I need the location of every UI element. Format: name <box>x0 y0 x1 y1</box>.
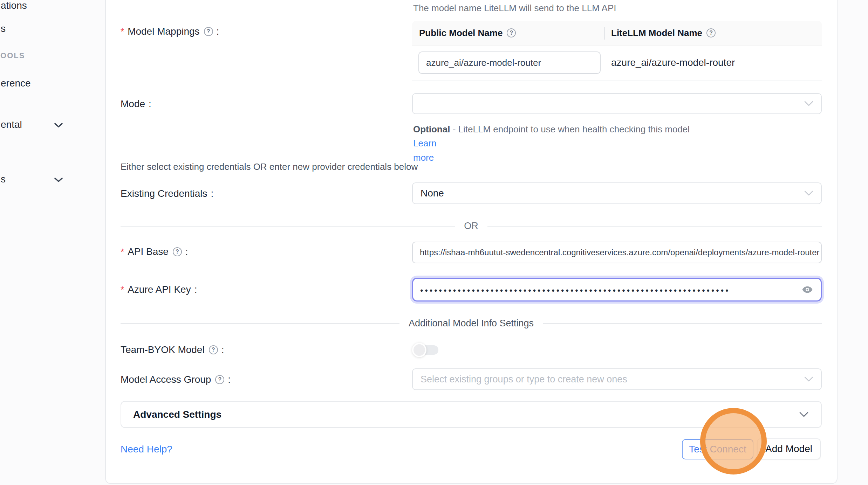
advanced-settings-panel[interactable]: Advanced Settings <box>121 401 822 428</box>
header-public-model-name: Public Model Name <box>412 28 604 39</box>
required-asterisk-icon: * <box>121 26 124 37</box>
team-byok-label: Team-BYOK Model : <box>121 344 224 355</box>
model-mappings-label: * Model Mappings : <box>121 26 219 37</box>
learn-more-link[interactable]: Learn <box>413 138 437 148</box>
public-model-name-input[interactable]: azure_ai/azure-model-router <box>418 51 601 74</box>
model-access-group-select[interactable]: Select existing groups or type to create… <box>412 368 822 390</box>
test-connect-button[interactable]: Test Connect <box>682 439 753 459</box>
additional-settings-divider: Additional Model Info Settings <box>121 318 822 329</box>
api-base-label: * API Base : <box>121 246 188 257</box>
chevron-down-icon[interactable] <box>799 411 809 418</box>
existing-credentials-label: Existing Credentials: <box>121 188 213 199</box>
or-divider: OR <box>121 221 822 231</box>
chevron-down-icon[interactable] <box>53 176 64 183</box>
table-header-row: Public Model Name LiteLLM Model Name <box>412 21 822 46</box>
mode-select[interactable] <box>412 93 822 114</box>
model-mappings-table: Public Model Name LiteLLM Model Name azu… <box>412 21 822 81</box>
help-circle-icon[interactable] <box>209 345 218 354</box>
advanced-settings-label: Advanced Settings <box>133 409 799 420</box>
select-placeholder: Select existing groups or type to create… <box>421 374 627 385</box>
need-help-link[interactable]: Need Help? <box>121 444 172 455</box>
chevron-down-icon[interactable] <box>53 122 64 129</box>
table-row: azure_ai/azure-model-router azure_ai/azu… <box>412 46 822 81</box>
credentials-hint: Either select existing credentials OR en… <box>121 161 418 172</box>
help-circle-icon[interactable] <box>215 375 224 384</box>
sidebar-item-inference[interactable]: erence <box>1 78 31 89</box>
sidebar-item-organizations[interactable]: ations <box>1 0 27 11</box>
sidebar-item-models[interactable]: s <box>1 23 6 34</box>
sidebar-item-experimental[interactable]: ental <box>1 119 22 130</box>
mode-label: Mode: <box>121 98 151 110</box>
required-asterisk-icon: * <box>121 247 124 257</box>
masked-password: ••••••••••••••••••••••••••••••••••••••••… <box>420 284 801 295</box>
sidebar-section-tools: TOOLS <box>0 51 25 60</box>
eye-icon[interactable] <box>801 284 814 295</box>
azure-api-key-input[interactable]: ••••••••••••••••••••••••••••••••••••••••… <box>412 278 822 302</box>
help-circle-icon[interactable] <box>507 28 516 37</box>
header-litellm-model-name: LiteLLM Model Name <box>604 28 716 39</box>
mode-help-text: Optional - LiteLLM endpoint to use when … <box>413 122 697 165</box>
help-circle-icon[interactable] <box>706 28 716 37</box>
model-access-group-label: Model Access Group : <box>121 374 231 385</box>
litellm-model-name-value: azure_ai/azure-model-router <box>604 57 735 68</box>
api-base-input[interactable]: https://ishaa-mh6uutut-swedencentral.cog… <box>412 242 822 263</box>
column-divider <box>604 27 605 40</box>
add-model-button[interactable]: Add Model <box>757 438 821 459</box>
help-circle-icon[interactable] <box>173 247 182 256</box>
chevron-down-icon <box>804 101 814 107</box>
azure-api-key-label: * Azure API Key : <box>121 284 197 295</box>
chevron-down-icon <box>804 190 814 196</box>
help-circle-icon[interactable] <box>204 27 213 36</box>
sidebar-item-settings[interactable]: s <box>1 174 6 185</box>
chevron-down-icon <box>804 376 814 382</box>
required-asterisk-icon: * <box>121 284 124 295</box>
existing-credentials-select[interactable]: None <box>412 182 822 204</box>
team-byok-toggle[interactable] <box>415 345 438 355</box>
toggle-knob <box>412 343 426 357</box>
model-name-hint: The model name LiteLLM will send to the … <box>413 3 616 14</box>
